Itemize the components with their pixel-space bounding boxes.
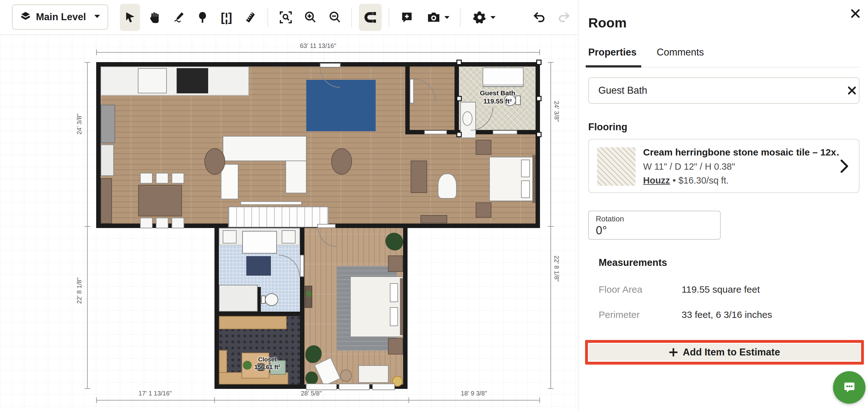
sofa-chaise[interactable] <box>285 161 307 193</box>
stove[interactable] <box>177 68 208 93</box>
walk-in-shower[interactable] <box>219 285 258 312</box>
side-table[interactable] <box>340 370 352 382</box>
door-leaf[interactable] <box>300 255 304 277</box>
nightstand[interactable] <box>388 338 403 354</box>
dimension-label-right-lower: 22' 8 1/8" <box>553 255 560 282</box>
close-icon <box>850 8 861 19</box>
redo-button[interactable] <box>554 4 574 31</box>
add-item-to-estimate-button[interactable]: Add Item to Estimate <box>589 344 860 361</box>
selection-handle[interactable] <box>536 132 541 137</box>
bathtub[interactable] <box>242 231 277 254</box>
plant[interactable] <box>305 372 318 385</box>
shelf-unit[interactable] <box>221 164 239 199</box>
selection-handle[interactable] <box>456 132 462 137</box>
nightstand[interactable] <box>476 202 491 218</box>
selection-handle[interactable] <box>536 96 541 101</box>
wall-dimension-tool-button[interactable]: [¦] <box>216 4 237 31</box>
bench[interactable] <box>421 215 447 223</box>
floorplan-canvas[interactable]: 63' 11 13/16" 17' 1 13/16" 28' 5/8" 18' … <box>0 35 578 410</box>
tab-comments[interactable]: Comments <box>657 47 704 58</box>
door-leaf[interactable] <box>493 130 517 134</box>
door-leaf[interactable] <box>424 130 447 134</box>
fridge[interactable] <box>101 105 115 143</box>
bath-mat[interactable] <box>246 256 271 276</box>
nightstand[interactable] <box>388 255 403 272</box>
bench-seat[interactable] <box>358 365 389 383</box>
dining-table[interactable] <box>138 185 182 216</box>
zoom-in-button[interactable] <box>300 4 320 31</box>
zoom-out-button[interactable] <box>325 4 345 31</box>
add-item-label: Add Item to Estimate <box>683 347 780 358</box>
room-name-input[interactable] <box>588 77 860 104</box>
floor-area-value: 119.55 square feet <box>682 284 760 295</box>
close-panel-button[interactable] <box>848 6 863 21</box>
panel-title: Room <box>588 15 627 31</box>
nightstand[interactable] <box>476 140 491 155</box>
plant[interactable] <box>385 233 403 250</box>
dimension-tick <box>96 50 97 55</box>
pan-tool-button[interactable] <box>145 4 165 31</box>
door-leaf[interactable] <box>320 63 341 67</box>
camera-button[interactable] <box>422 4 455 31</box>
snap-toggle-button[interactable] <box>359 4 382 31</box>
chevron-down-icon <box>490 15 496 20</box>
dining-chair[interactable] <box>172 218 184 228</box>
annotate-tool-button[interactable] <box>168 4 189 31</box>
clear-name-icon[interactable] <box>846 85 858 96</box>
sofa[interactable] <box>223 136 307 161</box>
chat-fab-button[interactable] <box>833 371 866 404</box>
level-selector[interactable]: Main Level <box>12 4 108 30</box>
rotation-field[interactable]: Rotation 0° <box>588 211 721 240</box>
ruler-icon <box>244 10 257 24</box>
undo-button[interactable] <box>529 4 550 31</box>
window[interactable] <box>306 383 337 390</box>
flooring-card[interactable]: Cream herringbone stone mosaic tile – 12… <box>588 139 860 193</box>
door-leaf[interactable] <box>317 224 336 228</box>
toolbar: Main Level [¦] <box>0 0 578 35</box>
selection-handle[interactable] <box>456 60 462 65</box>
add-comment-button[interactable] <box>397 4 417 31</box>
selection-handle[interactable] <box>456 96 462 101</box>
flooring-price: $16.30/sq ft. <box>678 176 729 185</box>
dining-chair[interactable] <box>156 173 168 184</box>
selection-handle[interactable] <box>536 60 541 65</box>
kitchen-sink[interactable] <box>138 68 167 93</box>
dining-chair[interactable] <box>156 218 168 228</box>
ottoman[interactable] <box>205 148 225 175</box>
tab-properties[interactable]: Properties <box>588 47 637 58</box>
dimension-tick <box>214 398 215 403</box>
dining-chair[interactable] <box>172 173 184 184</box>
staircase[interactable] <box>228 207 329 227</box>
ottoman[interactable] <box>331 148 352 175</box>
comment-plus-icon <box>400 11 413 24</box>
dresser[interactable] <box>411 161 427 193</box>
door-leaf[interactable] <box>410 79 414 103</box>
room-area: 156.61 ft² <box>234 363 301 371</box>
console-cabinet[interactable] <box>101 178 112 224</box>
toolbar-divider <box>389 7 389 27</box>
fit-view-button[interactable] <box>276 4 296 31</box>
shower[interactable] <box>483 67 524 87</box>
kitchen-counter[interactable] <box>101 67 249 96</box>
floorplan-app: Main Level [¦] <box>0 0 868 410</box>
plant-tool-button[interactable] <box>192 4 213 31</box>
plus-icon <box>669 348 678 357</box>
dining-chair[interactable] <box>140 173 153 184</box>
armchair[interactable] <box>438 174 457 199</box>
level-selector-label: Main Level <box>36 11 86 23</box>
window[interactable] <box>339 383 370 390</box>
cabinet[interactable] <box>101 145 114 176</box>
dining-chair[interactable] <box>140 218 153 228</box>
stair-railing <box>240 201 302 205</box>
toilet[interactable] <box>265 293 278 306</box>
select-tool-button[interactable] <box>120 4 140 31</box>
settings-button[interactable] <box>468 4 501 31</box>
toilet-tank <box>261 295 266 304</box>
wall-bracket-icon: [¦] <box>221 11 232 24</box>
measure-tool-button[interactable] <box>240 4 260 31</box>
plant <box>306 291 312 297</box>
vendor-link[interactable]: Houzz <box>643 176 670 185</box>
closet-shelf[interactable] <box>219 316 287 329</box>
window[interactable] <box>372 383 395 390</box>
blue-rug[interactable] <box>306 80 376 131</box>
